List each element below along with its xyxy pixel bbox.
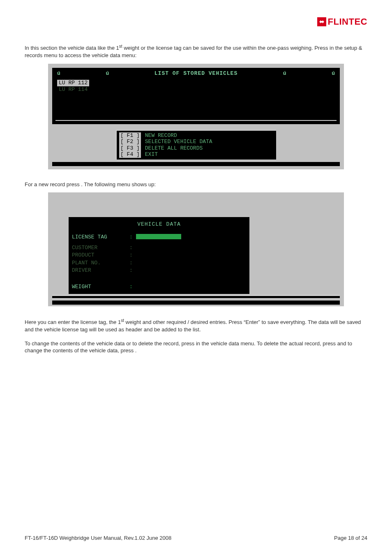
fkey-menu: [ F1 ] NEW RECORD [ F2 ] SELECTED VEHICL… bbox=[116, 130, 276, 160]
intro-paragraph: In this section the vehicle data like th… bbox=[25, 44, 367, 59]
terminal-screenshot-1: ú ú LIST OF STORED VEHICLES ú ú LU RP 11… bbox=[48, 64, 344, 169]
field-product[interactable]: PRODUCT : bbox=[72, 252, 246, 259]
field-customer[interactable]: CUSTOMER : bbox=[72, 244, 246, 252]
footer-right: Page 18 of 24 bbox=[334, 535, 367, 541]
fkey-row[interactable]: [ F3 ] DELETE ALL RECORDS bbox=[119, 145, 274, 152]
logo-bar: FLINTEC bbox=[25, 16, 367, 44]
page-footer: FT-16/FT-16D Weighbridge User Manual, Re… bbox=[25, 535, 367, 541]
list-item-selected[interactable]: LU RP 112 bbox=[57, 80, 89, 86]
fkey-row[interactable]: [ F4 ] EXIT bbox=[119, 151, 274, 158]
logo-icon bbox=[317, 17, 326, 26]
list-item[interactable]: LU RP 114 bbox=[57, 86, 89, 92]
vehicle-data-title: VEHICLE DATA bbox=[72, 220, 246, 231]
field-license-tag[interactable]: LICENSE TAG : bbox=[72, 234, 246, 241]
field-weight[interactable]: WEIGHT : bbox=[72, 283, 246, 291]
fkey-row[interactable]: [ F2 ] SELECTED VEHICLE DATA bbox=[119, 139, 274, 145]
terminal-screenshot-2: VEHICLE DATA LICENSE TAG : CUSTOMER : PR… bbox=[48, 192, 344, 307]
para-change-contents: To change the contents of the vehicle da… bbox=[25, 340, 367, 354]
footer-left: FT-16/FT-16D Weighbridge User Manual, Re… bbox=[25, 535, 171, 541]
field-plant-no[interactable]: PLANT NO. : bbox=[72, 259, 246, 267]
vehicle-list: LU RP 112 LU RP 114 bbox=[55, 79, 337, 120]
vehicle-data-form: VEHICLE DATA LICENSE TAG : CUSTOMER : PR… bbox=[69, 217, 249, 294]
para-enter-license: Here you can enter the license tag, the … bbox=[25, 318, 367, 333]
field-driver[interactable]: DRIVER : bbox=[72, 267, 246, 274]
list-title: LIST OF STORED VEHICLES bbox=[154, 70, 238, 79]
license-tag-input[interactable] bbox=[136, 234, 181, 239]
flintec-logo: FLINTEC bbox=[317, 16, 367, 27]
logo-text: FLINTEC bbox=[328, 16, 367, 27]
fkey-row[interactable]: [ F1 ] NEW RECORD bbox=[119, 132, 274, 139]
page-content: FLINTEC In this section the vehicle data… bbox=[0, 0, 392, 366]
para-new-record: For a new record press . The following m… bbox=[25, 181, 367, 188]
list-of-stored-vehicles-screen: ú ú LIST OF STORED VEHICLES ú ú LU RP 11… bbox=[52, 68, 340, 124]
